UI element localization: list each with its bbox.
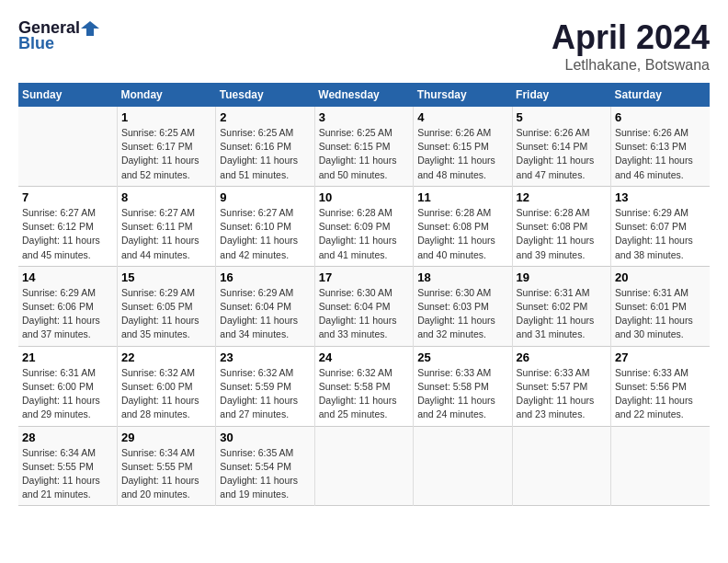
day-cell (314, 426, 413, 506)
day-number: 21 (22, 350, 113, 364)
week-row-1: 1Sunrise: 6:25 AM Sunset: 6:17 PM Daylig… (18, 107, 710, 186)
day-number: 6 (615, 110, 706, 124)
week-row-5: 28Sunrise: 6:34 AM Sunset: 5:55 PM Dayli… (18, 426, 710, 506)
col-header-friday: Friday (512, 83, 610, 107)
day-number: 11 (417, 190, 507, 204)
col-header-tuesday: Tuesday (216, 83, 314, 107)
day-number: 10 (319, 190, 409, 204)
day-cell (414, 426, 512, 506)
day-number: 30 (220, 431, 310, 444)
day-info: Sunrise: 6:31 AM Sunset: 6:01 PM Dayligh… (615, 286, 706, 342)
day-info: Sunrise: 6:26 AM Sunset: 6:15 PM Dayligh… (417, 126, 507, 182)
day-info: Sunrise: 6:28 AM Sunset: 6:09 PM Dayligh… (319, 206, 409, 262)
day-info: Sunrise: 6:27 AM Sunset: 6:11 PM Dayligh… (121, 206, 211, 262)
day-number: 25 (417, 350, 507, 364)
logo: General Blue (18, 18, 100, 53)
col-header-wednesday: Wednesday (314, 83, 413, 107)
day-number: 2 (220, 110, 310, 124)
day-info: Sunrise: 6:25 AM Sunset: 6:16 PM Dayligh… (220, 126, 310, 182)
day-cell: 7Sunrise: 6:27 AM Sunset: 6:12 PM Daylig… (18, 186, 117, 266)
day-number: 29 (121, 431, 211, 444)
day-cell: 15Sunrise: 6:29 AM Sunset: 6:05 PM Dayli… (117, 266, 215, 346)
day-info: Sunrise: 6:30 AM Sunset: 6:04 PM Dayligh… (319, 286, 409, 342)
calendar-table: SundayMondayTuesdayWednesdayThursdayFrid… (18, 83, 710, 506)
day-cell: 6Sunrise: 6:26 AM Sunset: 6:13 PM Daylig… (611, 107, 710, 186)
day-number: 20 (615, 270, 706, 284)
day-number: 5 (517, 110, 607, 124)
day-cell: 17Sunrise: 6:30 AM Sunset: 6:04 PM Dayli… (314, 266, 413, 346)
day-cell: 3Sunrise: 6:25 AM Sunset: 6:15 PM Daylig… (314, 107, 413, 186)
day-info: Sunrise: 6:32 AM Sunset: 5:59 PM Dayligh… (220, 366, 310, 422)
day-cell: 12Sunrise: 6:28 AM Sunset: 6:08 PM Dayli… (512, 186, 610, 266)
calendar-body: 1Sunrise: 6:25 AM Sunset: 6:17 PM Daylig… (18, 107, 710, 506)
day-info: Sunrise: 6:25 AM Sunset: 6:15 PM Dayligh… (319, 126, 409, 182)
svg-marker-0 (81, 21, 99, 36)
day-cell: 28Sunrise: 6:34 AM Sunset: 5:55 PM Dayli… (18, 426, 117, 506)
day-info: Sunrise: 6:29 AM Sunset: 6:07 PM Dayligh… (615, 206, 706, 262)
day-number: 24 (319, 350, 409, 364)
day-info: Sunrise: 6:35 AM Sunset: 5:54 PM Dayligh… (220, 446, 310, 502)
day-number: 18 (417, 270, 507, 284)
day-cell: 11Sunrise: 6:28 AM Sunset: 6:08 PM Dayli… (414, 186, 512, 266)
calendar-header-row: SundayMondayTuesdayWednesdayThursdayFrid… (18, 83, 710, 107)
day-cell: 13Sunrise: 6:29 AM Sunset: 6:07 PM Dayli… (611, 186, 710, 266)
day-cell: 22Sunrise: 6:32 AM Sunset: 6:00 PM Dayli… (117, 346, 215, 426)
month-title: April 2024 (552, 18, 710, 57)
day-info: Sunrise: 6:26 AM Sunset: 6:14 PM Dayligh… (517, 126, 607, 182)
col-header-saturday: Saturday (611, 83, 710, 107)
day-cell: 4Sunrise: 6:26 AM Sunset: 6:15 PM Daylig… (414, 107, 512, 186)
day-number: 23 (220, 350, 310, 364)
col-header-monday: Monday (117, 83, 215, 107)
day-cell (512, 426, 610, 506)
day-number: 3 (319, 110, 409, 124)
day-cell: 16Sunrise: 6:29 AM Sunset: 6:04 PM Dayli… (216, 266, 314, 346)
title-area: April 2024 Letlhakane, Botswana (552, 18, 710, 74)
day-cell: 5Sunrise: 6:26 AM Sunset: 6:14 PM Daylig… (512, 107, 610, 186)
day-cell: 29Sunrise: 6:34 AM Sunset: 5:55 PM Dayli… (117, 426, 215, 506)
col-header-thursday: Thursday (414, 83, 512, 107)
day-info: Sunrise: 6:29 AM Sunset: 6:05 PM Dayligh… (121, 286, 211, 342)
day-number: 27 (615, 350, 706, 364)
day-info: Sunrise: 6:26 AM Sunset: 6:13 PM Dayligh… (615, 126, 706, 182)
day-number: 14 (22, 270, 113, 284)
day-cell: 1Sunrise: 6:25 AM Sunset: 6:17 PM Daylig… (117, 107, 215, 186)
day-info: Sunrise: 6:32 AM Sunset: 6:00 PM Dayligh… (121, 366, 211, 422)
day-cell (18, 107, 117, 186)
logo-blue: Blue (18, 34, 54, 53)
day-number: 22 (121, 350, 211, 364)
week-row-3: 14Sunrise: 6:29 AM Sunset: 6:06 PM Dayli… (18, 266, 710, 346)
week-row-2: 7Sunrise: 6:27 AM Sunset: 6:12 PM Daylig… (18, 186, 710, 266)
day-info: Sunrise: 6:27 AM Sunset: 6:10 PM Dayligh… (220, 206, 310, 262)
day-cell (611, 426, 710, 506)
day-number: 26 (517, 350, 607, 364)
day-number: 28 (22, 431, 113, 444)
day-number: 9 (220, 190, 310, 204)
logo-bird-icon (81, 19, 99, 38)
day-info: Sunrise: 6:29 AM Sunset: 6:06 PM Dayligh… (22, 286, 113, 342)
day-cell: 19Sunrise: 6:31 AM Sunset: 6:02 PM Dayli… (512, 266, 610, 346)
day-cell: 9Sunrise: 6:27 AM Sunset: 6:10 PM Daylig… (216, 186, 314, 266)
day-cell: 27Sunrise: 6:33 AM Sunset: 5:56 PM Dayli… (611, 346, 710, 426)
day-number: 8 (121, 190, 211, 204)
day-cell: 30Sunrise: 6:35 AM Sunset: 5:54 PM Dayli… (216, 426, 314, 506)
day-info: Sunrise: 6:31 AM Sunset: 6:02 PM Dayligh… (517, 286, 607, 342)
day-info: Sunrise: 6:27 AM Sunset: 6:12 PM Dayligh… (22, 206, 113, 262)
day-info: Sunrise: 6:33 AM Sunset: 5:58 PM Dayligh… (417, 366, 507, 422)
day-cell: 25Sunrise: 6:33 AM Sunset: 5:58 PM Dayli… (414, 346, 512, 426)
location-title: Letlhakane, Botswana (552, 57, 710, 74)
day-info: Sunrise: 6:34 AM Sunset: 5:55 PM Dayligh… (121, 446, 211, 502)
day-number: 12 (517, 190, 607, 204)
day-number: 16 (220, 270, 310, 284)
header: General Blue April 2024 Letlhakane, Bots… (18, 18, 710, 74)
day-cell: 23Sunrise: 6:32 AM Sunset: 5:59 PM Dayli… (216, 346, 314, 426)
day-cell: 10Sunrise: 6:28 AM Sunset: 6:09 PM Dayli… (314, 186, 413, 266)
day-info: Sunrise: 6:25 AM Sunset: 6:17 PM Dayligh… (121, 126, 211, 182)
day-info: Sunrise: 6:28 AM Sunset: 6:08 PM Dayligh… (417, 206, 507, 262)
day-info: Sunrise: 6:28 AM Sunset: 6:08 PM Dayligh… (517, 206, 607, 262)
day-number: 19 (517, 270, 607, 284)
day-cell: 8Sunrise: 6:27 AM Sunset: 6:11 PM Daylig… (117, 186, 215, 266)
day-info: Sunrise: 6:33 AM Sunset: 5:56 PM Dayligh… (615, 366, 706, 422)
day-info: Sunrise: 6:29 AM Sunset: 6:04 PM Dayligh… (220, 286, 310, 342)
day-cell: 14Sunrise: 6:29 AM Sunset: 6:06 PM Dayli… (18, 266, 117, 346)
day-info: Sunrise: 6:31 AM Sunset: 6:00 PM Dayligh… (22, 366, 113, 422)
